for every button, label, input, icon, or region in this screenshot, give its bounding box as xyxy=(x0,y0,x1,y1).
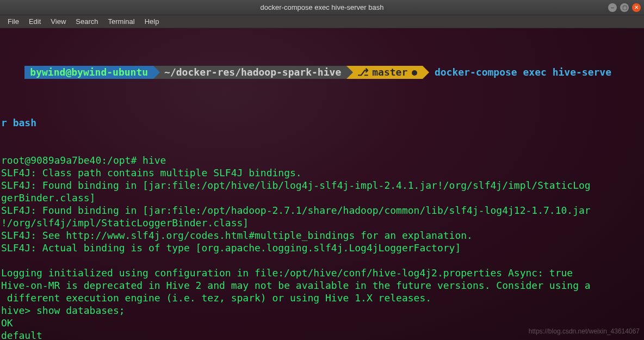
git-dirty-icon xyxy=(412,70,417,76)
window-controls: – ▢ ✕ xyxy=(608,3,641,12)
prompt-path: ~/docker-res/hadoop-spark-hive xyxy=(153,66,346,79)
terminal-line: !/org/slf4j/impl/StaticLoggerBinder.clas… xyxy=(1,217,643,229)
terminal-line: gerBinder.class] xyxy=(1,191,643,204)
minimize-button[interactable]: – xyxy=(608,3,617,12)
titlebar: docker-compose exec hive-server bash – ▢… xyxy=(0,0,644,15)
menu-help[interactable]: Help xyxy=(140,16,164,27)
prompt-line: bywind@bywind-ubuntu~/docker-res/hadoop-… xyxy=(1,53,643,91)
git-branch-name: master xyxy=(372,66,407,78)
prompt-user-host-text: bywind@bywind-ubuntu xyxy=(30,66,148,78)
prompt-git: ⎇master xyxy=(346,66,423,79)
window-title: docker-compose exec hive-server bash xyxy=(261,3,384,11)
menu-view[interactable]: View xyxy=(46,16,70,27)
prompt-command: docker-compose exec hive-serve xyxy=(423,66,611,78)
prompt-path-text: ~/docker-res/hadoop-spark-hive xyxy=(164,66,341,78)
terminal-line: SLF4J: Actual binding is of type [org.ap… xyxy=(1,242,643,254)
maximize-button[interactable]: ▢ xyxy=(620,3,629,12)
terminal-line: SLF4J: Class path contains multiple SLF4… xyxy=(1,166,643,179)
terminal-line: hive> show databases; xyxy=(1,304,643,317)
menubar: File Edit View Search Terminal Help xyxy=(0,15,644,28)
menu-edit[interactable]: Edit xyxy=(24,16,45,27)
terminal-line: different execution engine (i.e. tez, sp… xyxy=(1,292,643,304)
terminal-line: SLF4J: See http://www.slf4j.org/codes.ht… xyxy=(1,229,643,242)
terminal-output: root@9089a9a7be40:/opt# hiveSLF4J: Class… xyxy=(1,154,643,340)
terminal-line: Hive-on-MR is deprecated in Hive 2 and m… xyxy=(1,279,643,292)
terminal-line: Logging initialized using configuration … xyxy=(1,267,643,279)
menu-terminal[interactable]: Terminal xyxy=(104,16,139,27)
prompt-user-host: bywind@bywind-ubuntu xyxy=(24,66,153,79)
prompt-command-wrap: r bash xyxy=(1,116,643,129)
terminal-pane[interactable]: bywind@bywind-ubuntu~/docker-res/hadoop-… xyxy=(0,28,644,340)
menu-search[interactable]: Search xyxy=(71,16,102,27)
watermark: https://blog.csdn.net/weixin_43614067 xyxy=(529,325,640,338)
terminal-line: root@9089a9a7be40:/opt# hive xyxy=(1,154,643,166)
terminal-line: SLF4J: Found binding in [jar:file:/opt/h… xyxy=(1,204,643,217)
prompt-command-text: docker-compose exec hive-serve xyxy=(435,66,611,78)
close-button[interactable]: ✕ xyxy=(632,3,641,12)
git-branch-icon: ⎇ xyxy=(357,66,369,78)
menu-file[interactable]: File xyxy=(3,16,23,27)
terminal-line: SLF4J: Found binding in [jar:file:/opt/h… xyxy=(1,179,643,191)
terminal-line xyxy=(1,254,643,267)
